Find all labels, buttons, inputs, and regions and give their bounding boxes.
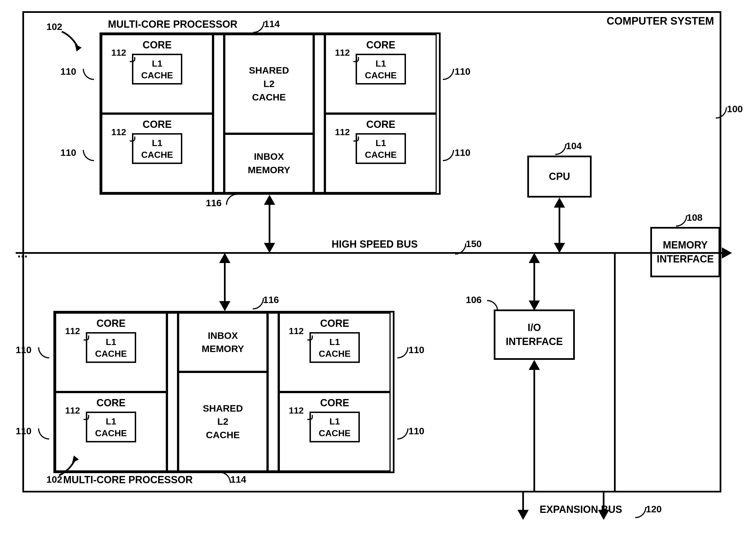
ref-110: 110 (455, 147, 471, 158)
ref-112: 112 (65, 326, 80, 336)
l1-cache-box: L1 CACHE (310, 332, 360, 363)
processor-top: CORE 112 L1 CACHE SHARED L2 CACHE INBOX … (99, 33, 441, 195)
mid-col-top: SHARED L2 CACHE INBOX MEMORY (224, 34, 314, 193)
ref-108: 108 (687, 212, 703, 223)
arrow-down-icon (264, 243, 275, 253)
processor-bottom: CORE 112 L1 CACHE INBOX MEMORY SHARED L2… (53, 311, 394, 473)
exp-line-left (522, 493, 524, 512)
ref-112: 112 (289, 326, 304, 336)
ellipsis-icon: ... (17, 246, 28, 260)
expansion-bus-label: EXPANSION BUS (540, 504, 622, 516)
l1-cache-box: L1 CACHE (356, 54, 406, 85)
core-box: CORE 112 L1 CACHE (279, 392, 391, 471)
ref-110: 110 (60, 147, 76, 158)
curved-arrow-icon (58, 454, 80, 477)
ref-120: 120 (646, 504, 662, 515)
arrow-up-icon (264, 195, 275, 205)
l1-label: L1 CACHE (365, 138, 397, 160)
ref-106: 106 (466, 295, 482, 305)
arrow-down-icon (529, 300, 540, 311)
l1-cache-box: L1 CACHE (356, 133, 406, 164)
ref-112: 112 (335, 127, 350, 137)
hook-icon (487, 300, 498, 311)
ref-110: 110 (16, 426, 32, 436)
proc-top-grid: CORE 112 L1 CACHE SHARED L2 CACHE INBOX … (101, 34, 439, 193)
ref-116: 116 (263, 295, 279, 305)
core-box: CORE 112 L1 CACHE (325, 34, 437, 114)
gap-col (213, 34, 224, 193)
arrow-up-icon (529, 253, 540, 263)
conn-io-down (533, 361, 535, 493)
ref-110: 110 (16, 345, 32, 355)
ref-112: 112 (65, 406, 80, 416)
hook-icon (443, 69, 454, 80)
l1-label: L1 CACHE (141, 59, 173, 80)
hook-icon (397, 428, 409, 439)
ref-104: 104 (566, 140, 582, 152)
arrow-down-icon (554, 243, 565, 253)
arrow-down-icon (219, 301, 230, 311)
cpu-label: CPU (549, 170, 570, 183)
arrow-up-icon (219, 253, 230, 263)
hook-icon (83, 150, 94, 161)
svg-marker-0 (75, 44, 82, 51)
ref-150: 150 (466, 239, 482, 249)
ref-112: 112 (111, 127, 126, 137)
mem-right-stub (720, 252, 726, 254)
core-box: CORE 112 L1 CACHE (101, 114, 213, 193)
arrow-down-icon (518, 510, 529, 520)
l2-label: SHARED L2 CACHE (249, 64, 289, 104)
io-interface-box: I/O INTERFACE (494, 309, 575, 360)
curved-arrow-icon (60, 30, 83, 53)
gap-col (314, 34, 325, 193)
l2-label: SHARED L2 CACHE (203, 402, 243, 442)
bus-label: HIGH SPEED BUS (332, 239, 418, 250)
hook-icon (253, 22, 264, 33)
proc-bot-label: MULTI-CORE PROCESSOR (63, 474, 193, 486)
hook-icon (226, 194, 237, 205)
inbox-memory-box: INBOX MEMORY (224, 134, 314, 193)
gap-col (167, 313, 178, 471)
core-box: CORE 112 L1 CACHE (325, 114, 437, 193)
l1-cache-box: L1 CACHE (86, 411, 136, 442)
ref-112: 112 (335, 47, 350, 58)
hook-icon (676, 215, 687, 227)
ref-110: 110 (409, 426, 424, 436)
l1-label: L1 CACHE (141, 138, 173, 160)
svg-marker-1 (72, 456, 79, 463)
hook-icon (220, 472, 231, 483)
ref-110: 110 (409, 345, 424, 355)
l2-cache-box: SHARED L2 CACHE (224, 34, 314, 134)
hook-icon (397, 347, 409, 358)
io-label: I/O INTERFACE (506, 321, 563, 349)
inbox-label: INBOX MEMORY (202, 329, 244, 356)
hook-icon (443, 150, 454, 161)
hook-icon (38, 347, 49, 358)
gap-col (268, 313, 279, 471)
hook-icon (635, 507, 646, 518)
mid-col-bot: INBOX MEMORY SHARED L2 CACHE (178, 313, 268, 471)
hook-icon (38, 428, 49, 439)
inbox-label: INBOX MEMORY (248, 150, 290, 177)
ref-114: 114 (264, 18, 280, 29)
ref-112: 112 (111, 47, 126, 58)
computer-system-label: COMPUTER SYSTEM (607, 15, 714, 27)
ref-114: 114 (230, 474, 246, 485)
l1-cache-box: L1 CACHE (310, 411, 360, 442)
proc-bot-grid: CORE 112 L1 CACHE INBOX MEMORY SHARED L2… (55, 313, 393, 471)
l1-label: L1 CACHE (319, 337, 351, 359)
l1-label: L1 CACHE (95, 337, 127, 359)
cpu-box: CPU (527, 155, 592, 198)
l1-cache-box: L1 CACHE (86, 332, 136, 363)
l1-label: L1 CACHE (319, 416, 351, 438)
conn-sys-down (614, 254, 616, 493)
l1-cache-box: L1 CACHE (132, 133, 182, 164)
arrow-up-icon (554, 198, 565, 208)
computer-system-box: COMPUTER SYSTEM MULTI-CORE PROCESSOR COR… (22, 11, 721, 493)
ref-112: 112 (289, 406, 304, 416)
core-box: CORE 112 L1 CACHE (279, 313, 391, 392)
l1-label: L1 CACHE (95, 416, 127, 438)
ref-100: 100 (727, 103, 743, 114)
hook-icon (555, 144, 566, 155)
proc-top-label: MULTI-CORE PROCESSOR (108, 18, 237, 30)
